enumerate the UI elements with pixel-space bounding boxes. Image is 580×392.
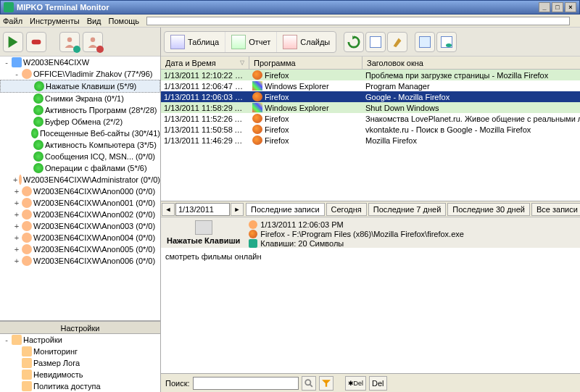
tree-node[interactable]: Посещенные Веб-сайты (30*/41) [0, 128, 160, 139]
filter-tab[interactable]: Последние 30 дней [447, 203, 530, 216]
view-table[interactable]: Таблица [165, 32, 225, 52]
preview-button[interactable] [436, 32, 457, 52]
remove-user-button[interactable] [83, 32, 103, 52]
left-toolbar [0, 28, 160, 57]
date-input[interactable] [175, 203, 230, 216]
settings-node[interactable]: Невидимость [0, 369, 160, 380]
filter-tab[interactable]: Сегодня [326, 203, 367, 216]
detail-time: 1/13/2011 12:06:03 PM [260, 220, 343, 229]
refresh-button[interactable] [344, 32, 364, 52]
tree-node[interactable]: +W2003EN64CIXW\Anon000 (0*/0) [0, 185, 160, 197]
minimize-button[interactable]: _ [539, 2, 550, 12]
col-program[interactable]: Программа [249, 57, 362, 69]
table-row[interactable]: 1/13/2011 12:10:22 PMFirefoxПроблема при… [161, 70, 580, 80]
table-row[interactable]: 1/13/2011 12:06:03 PMFirefoxGoogle - Moz… [161, 91, 580, 102]
play-button[interactable] [3, 32, 23, 52]
search-bar: Поиск: ✱Del Del [161, 373, 580, 392]
detail-program: Firefox - F:\Program Files (x86)\Mozilla… [260, 230, 464, 238]
view-slides[interactable]: Слайды [277, 32, 336, 52]
col-title[interactable]: Заголовок окна [362, 57, 580, 69]
report-icon [231, 35, 246, 49]
add-user-button[interactable] [59, 32, 80, 52]
maximize-button[interactable]: □ [552, 2, 563, 12]
tree-node[interactable]: -W2003EN64CIXW [0, 57, 160, 68]
svg-line-4 [310, 384, 312, 387]
menu-view[interactable]: Вид [87, 17, 102, 25]
keys-icon [249, 239, 257, 248]
detail-panel: Нажатые Клавиши 1/13/2011 12:06:03 PM Fi… [161, 217, 580, 373]
stop-button[interactable] [26, 32, 46, 52]
brush-button[interactable] [387, 32, 407, 52]
title-bar: MIPKO Terminal Monitor _ □ × [0, 0, 580, 14]
svg-point-1 [67, 37, 72, 41]
detail-doc-icon [195, 220, 212, 235]
table-row[interactable]: 1/13/2011 11:46:29 AMFirefoxMozilla Fire… [161, 135, 580, 146]
filter-tab[interactable]: Последние записи [246, 203, 325, 216]
window-icon [419, 36, 431, 48]
filter-tab[interactable]: Все записи [531, 203, 580, 216]
tree-node[interactable]: +W2003EN64CIXW\Administrator (0*/0) [0, 174, 160, 185]
calendar-icon [370, 36, 381, 48]
tree-node[interactable]: -OFFICE\Vladimir Zhakov (77*/96) [0, 68, 160, 80]
del-button[interactable]: Del [369, 376, 387, 391]
table-row[interactable]: 1/13/2011 11:50:58 AMFirefoxvkontakte.ru… [161, 124, 580, 135]
tree-node[interactable]: +W2003EN64CIXW\Anon005 (0*/0) [0, 243, 160, 255]
tree-node[interactable]: Сообщения ICQ, MSN... (0*/0) [0, 151, 160, 162]
tree-node[interactable]: Активность Компьютера (3*/5) [0, 139, 160, 151]
filter-tab[interactable]: Последние 7 дней [368, 203, 447, 216]
menu-bar: Файл Инструменты Вид Помощь [0, 14, 580, 28]
date-nav: ◄ ► Последние записиСегодняПоследние 7 д… [161, 201, 580, 217]
view-report[interactable]: Отчет [225, 32, 277, 52]
close-button[interactable]: × [565, 2, 576, 12]
tree-node[interactable]: +W2003EN64CIXW\Anon002 (0*/0) [0, 209, 160, 220]
search-button[interactable] [302, 376, 316, 391]
detail-keys: Клавиши: 20 Символы [260, 239, 344, 248]
menu-file[interactable]: Файл [3, 17, 22, 25]
col-datetime[interactable]: Дата и Время▽ [161, 57, 249, 69]
app-title: MIPKO Terminal Monitor [17, 3, 109, 12]
menu-corner-icon[interactable] [146, 17, 570, 25]
menu-help[interactable]: Помощь [109, 17, 140, 25]
tree-node[interactable]: +W2003EN64CIXW\Anon003 (0*/0) [0, 220, 160, 232]
tree-node[interactable]: Активность Программ (28*/28) [0, 104, 160, 116]
search-input[interactable] [193, 377, 299, 390]
tree-node[interactable]: Снимки Экрана (0*/1) [0, 93, 160, 104]
slides-icon [283, 35, 297, 49]
menu-tools[interactable]: Инструменты [30, 17, 80, 25]
detail-text: смотреть фильмы онлайн [161, 248, 580, 373]
star-del-button[interactable]: ✱Del [345, 376, 367, 391]
tree-node[interactable]: Буфер Обмена (2*/2) [0, 116, 160, 128]
tree-node[interactable]: Нажатые Клавиши (5*/9) [0, 80, 160, 93]
computer-tree[interactable]: -W2003EN64CIXW-OFFICE\Vladimir Zhakov (7… [0, 57, 160, 321]
eye-icon [441, 36, 452, 48]
filter-button[interactable] [319, 376, 334, 391]
settings-node[interactable]: -Настройки [0, 334, 160, 346]
table-row[interactable]: 1/13/2011 11:58:29 AMWindows ExplorerShu… [161, 102, 580, 113]
records-table: Дата и Время▽ Программа Заголовок окна 1… [161, 57, 580, 201]
calendar-button[interactable] [365, 32, 386, 52]
settings-node[interactable]: Размер Лога [0, 357, 160, 369]
svg-point-2 [91, 37, 95, 41]
settings-header: Настройки [0, 321, 160, 334]
table-icon [170, 35, 185, 49]
settings-tree[interactable]: -НастройкиМониторингРазмер ЛогаНевидимос… [0, 334, 160, 392]
tree-node[interactable]: +W2003EN64CIXW\Anon001 (0*/0) [0, 197, 160, 209]
table-header: Дата и Время▽ Программа Заголовок окна [161, 57, 580, 70]
view-mode-group: Таблица Отчет Слайды [164, 31, 336, 53]
table-row[interactable]: 1/13/2011 12:06:47 PMWindows ExplorerPro… [161, 80, 580, 91]
detail-label: Нажатые Клавиши [167, 236, 240, 245]
date-prev[interactable]: ◄ [162, 203, 175, 216]
svg-rect-0 [32, 39, 41, 43]
window-button[interactable] [415, 32, 435, 52]
clock-icon [249, 220, 257, 229]
tree-node[interactable]: +W2003EN64CIXW\Anon006 (0*/0) [0, 255, 160, 267]
table-row[interactable]: 1/13/2011 11:52:26 AMFirefoxЗнакомства L… [161, 113, 580, 124]
app-icon [4, 2, 14, 12]
settings-node[interactable]: Политика доступа [0, 380, 160, 392]
settings-node[interactable]: Мониторинг [0, 346, 160, 357]
tree-node[interactable]: +W2003EN64CIXW\Anon004 (0*/0) [0, 232, 160, 243]
date-next[interactable]: ► [231, 203, 244, 216]
firefox-icon [249, 230, 257, 238]
right-toolbar: Таблица Отчет Слайды [161, 28, 580, 57]
tree-node[interactable]: Операции с файлами (5*/6) [0, 162, 160, 174]
